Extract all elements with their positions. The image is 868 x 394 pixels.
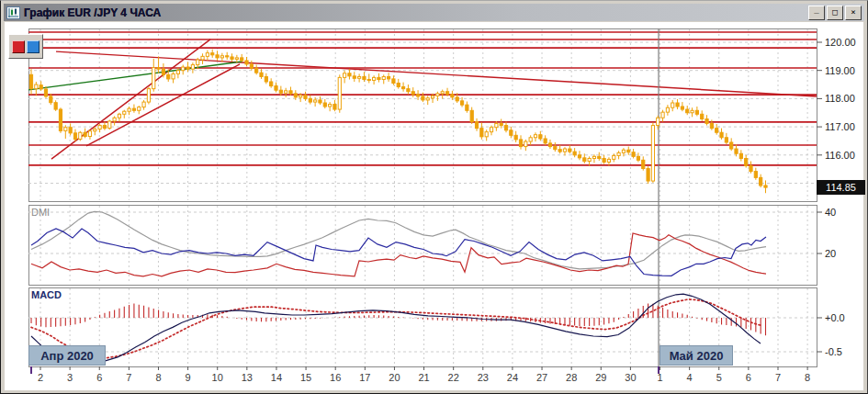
candle [563, 149, 566, 152]
main-price-panel[interactable] [28, 28, 817, 201]
axis-label: +0.0 [825, 312, 845, 323]
axis-label: 116.00 [825, 150, 855, 161]
candle [128, 108, 130, 111]
candle [514, 135, 517, 140]
dmi-panel[interactable] [28, 205, 817, 285]
candle [651, 126, 654, 181]
axis-label: 40 [825, 207, 836, 218]
candle [186, 67, 189, 69]
candle [534, 135, 536, 138]
candle [622, 150, 625, 152]
x-axis-label: 22 [448, 372, 459, 383]
dmi-panel-label: DMI [31, 207, 50, 218]
candle [569, 149, 571, 152]
red-marker-button[interactable] [12, 40, 25, 53]
candle [617, 152, 620, 155]
x-axis: 2367891013141516172021222324272829301456… [31, 366, 810, 383]
candle [456, 97, 458, 101]
candle [382, 76, 385, 79]
candle [607, 159, 610, 162]
candle [554, 147, 557, 150]
candle [500, 123, 502, 125]
candle [84, 132, 86, 136]
candle [64, 128, 67, 131]
candle [539, 135, 542, 139]
candle [642, 160, 645, 168]
candle [754, 172, 757, 178]
candle [647, 169, 649, 182]
x-axis-label: 4 [687, 372, 693, 383]
candle [725, 138, 727, 142]
candle [167, 74, 170, 79]
candle [162, 69, 164, 74]
candle [255, 68, 258, 73]
candle [510, 130, 513, 136]
candle [265, 76, 267, 82]
candle [285, 91, 287, 93]
candle [441, 92, 444, 94]
candle [29, 74, 32, 88]
candle [661, 112, 664, 118]
candle [157, 68, 160, 70]
candle [294, 94, 297, 97]
candle [367, 80, 370, 81]
candle [245, 61, 248, 64]
candle [132, 108, 135, 110]
current-price-tag: 114.85 [817, 180, 865, 195]
candle [54, 103, 57, 109]
candle [299, 96, 302, 97]
x-axis-label: 8 [155, 372, 161, 383]
candle [260, 73, 263, 76]
candle [686, 109, 689, 113]
x-axis-label: 29 [595, 372, 606, 383]
candle [416, 95, 419, 96]
candle [241, 58, 243, 61]
candle [329, 105, 332, 107]
candle [88, 131, 91, 137]
candle [44, 89, 47, 96]
blue-marker-button[interactable] [27, 40, 39, 53]
candle [39, 85, 42, 89]
macd-panel-label: MACD [31, 289, 62, 300]
candle [431, 96, 434, 97]
candle [197, 60, 199, 65]
candle [578, 155, 581, 158]
chart-canvas[interactable]: 120.00119.00118.00117.00116.004020+0.0-0… [1, 1, 868, 394]
candle [103, 126, 106, 129]
axis-label: 118.00 [825, 93, 855, 104]
app-window: График EUR /JPY 4 ЧАСА _ □ × 120.00119.0… [0, 0, 868, 394]
candle [613, 155, 615, 159]
candle [182, 67, 185, 71]
candle [480, 129, 483, 137]
x-axis-label: 23 [478, 372, 489, 383]
candle [451, 95, 454, 97]
x-axis-label: 8 [805, 372, 810, 383]
candle [309, 98, 311, 102]
candle [108, 121, 111, 129]
candle [79, 132, 82, 139]
candle [358, 76, 361, 78]
x-axis-label: 24 [507, 372, 518, 383]
axis-label: 120.00 [825, 37, 856, 48]
candle [705, 119, 708, 124]
candle [353, 76, 355, 78]
candle [485, 132, 488, 137]
candle [73, 133, 76, 140]
candle [701, 114, 704, 118]
x-axis-label: 27 [536, 372, 547, 383]
candle [657, 118, 659, 125]
candle [695, 110, 698, 114]
candle [98, 126, 101, 129]
candle [172, 73, 175, 79]
candle [348, 73, 351, 76]
candle [671, 103, 674, 107]
x-axis-label: 14 [271, 372, 282, 383]
x-axis-label: 7 [775, 372, 781, 383]
x-axis-label: 6 [746, 372, 751, 383]
candle [676, 103, 679, 107]
candle [304, 96, 307, 99]
x-axis-label: 5 [716, 372, 722, 383]
candle [466, 105, 468, 110]
candle [460, 101, 463, 105]
candle [666, 107, 669, 112]
